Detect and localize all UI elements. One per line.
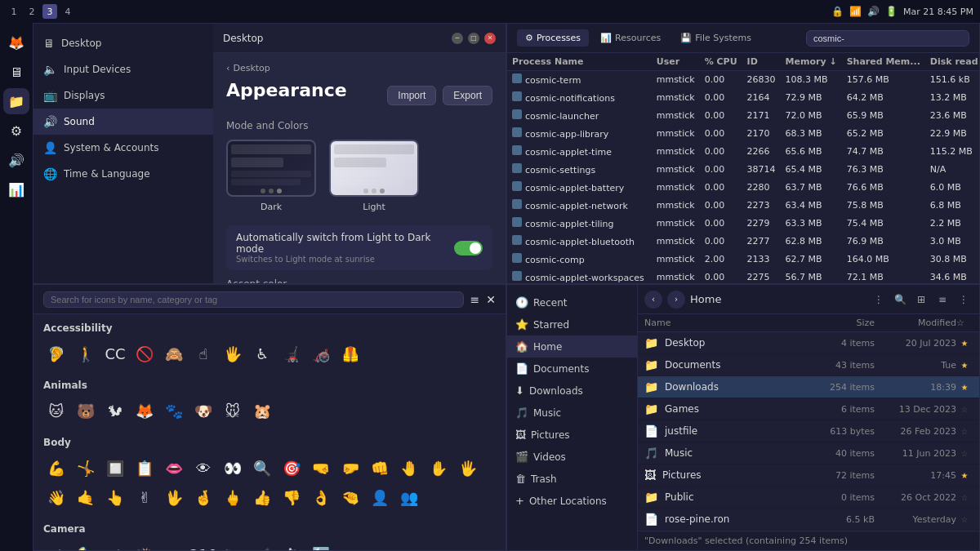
icon-cell[interactable]: 👀	[220, 455, 246, 481]
table-row[interactable]: cosmic-launcher mmstick 0.00 2171 72.0 M…	[507, 107, 979, 125]
icon-cell[interactable]: 👌	[308, 484, 334, 510]
fm-downloads[interactable]: ⬇ Downloads	[507, 380, 637, 402]
icon-cell[interactable]: 👥	[396, 484, 422, 510]
icon-cell[interactable]: 🤚	[396, 455, 422, 481]
star-icon[interactable]: ☆	[956, 427, 973, 436]
star-icon[interactable]: ★	[956, 361, 973, 370]
icon-cell[interactable]: 🔄	[308, 541, 334, 550]
icon-cell[interactable]: 👋	[43, 484, 69, 510]
export-button[interactable]: Export	[443, 86, 492, 105]
fm-forward-button[interactable]: ›	[667, 291, 685, 309]
icon-cell[interactable]: 🖐	[220, 340, 246, 367]
workspace-1[interactable]: 1	[7, 4, 21, 19]
fm-starred[interactable]: ⭐ Starred	[507, 313, 637, 335]
star-icon[interactable]: ☆	[956, 493, 973, 502]
icon-cell[interactable]: 🤏	[337, 484, 363, 510]
import-button[interactable]: Import	[387, 86, 436, 105]
icon-cell[interactable]: 👆	[102, 484, 128, 510]
icon-cell[interactable]: 🔦	[73, 541, 99, 550]
fm-row-public[interactable]: 📁 Public 0 items 26 Oct 2022 ☆	[638, 487, 979, 509]
icon-cell[interactable]: 🦼	[278, 340, 305, 367]
icon-cell[interactable]: 📹	[249, 541, 275, 550]
icon-cell[interactable]: 🤞	[190, 484, 216, 510]
star-icon[interactable]: ☆	[956, 449, 973, 458]
fm-row-downloads[interactable]: 📁 Downloads 254 items 18:39 ★	[638, 376, 979, 398]
search-input[interactable]	[806, 30, 969, 47]
fm-view-button[interactable]: ⊞	[912, 291, 930, 309]
fm-menu-button[interactable]: ⋮	[870, 291, 888, 309]
icon-cell[interactable]: ✋	[425, 455, 452, 481]
col-modified-header[interactable]: Modified	[875, 318, 956, 328]
workspace-2[interactable]: 2	[24, 4, 39, 19]
fm-videos[interactable]: 🎬 Videos	[507, 446, 637, 468]
star-icon[interactable]: ★	[956, 383, 973, 392]
tab-processes[interactable]: ⚙ Processes	[517, 29, 589, 47]
sidebar-item-time[interactable]: 🌐 Time & Language	[33, 161, 213, 187]
fm-row-games[interactable]: 📁 Games 6 items 13 Dec 2023 ☆	[638, 398, 979, 420]
fm-other-locations[interactable]: + Other Locations	[507, 490, 637, 512]
icon-cell[interactable]: 💪	[43, 455, 69, 481]
fm-row-desktop[interactable]: 📁 Desktop 4 items 20 Jul 2023 ★	[638, 332, 979, 354]
table-row[interactable]: cosmic-applet-network mmstick 0.00 2273 …	[507, 197, 979, 215]
col-memory[interactable]: Memory ↓	[781, 53, 842, 71]
table-row[interactable]: cosmic-applet-workspaces mmstick 0.00 22…	[507, 269, 979, 284]
sidebar-item-input-devices[interactable]: 🔈 Input Devices	[33, 56, 213, 82]
icon-cell[interactable]: 👊	[367, 455, 393, 481]
icon-cell[interactable]: 🤸	[73, 455, 99, 481]
icon-cell[interactable]: 🐾	[161, 398, 187, 424]
icon-cell[interactable]: 🚶	[73, 340, 99, 367]
icon-cell[interactable]: 210	[190, 541, 216, 550]
close-icon[interactable]: ✕	[486, 293, 496, 306]
star-icon[interactable]: ★	[956, 339, 973, 348]
icon-cell[interactable]: 🤙	[73, 484, 99, 510]
icon-cell[interactable]: 🔲	[102, 455, 128, 481]
sidebar-item-system[interactable]: 👤 System & Accounts	[33, 135, 213, 161]
fm-back-button[interactable]: ‹	[644, 291, 662, 309]
icon-cell[interactable]: 🖕	[220, 484, 246, 510]
col-id[interactable]: ID	[742, 53, 781, 71]
icon-cell[interactable]: 🦺	[337, 340, 363, 367]
col-name[interactable]: Process Name	[507, 53, 652, 71]
filter-icon[interactable]: ≡	[470, 293, 480, 306]
dock-terminal[interactable]: 🖥	[3, 59, 29, 85]
icon-cell[interactable]: 📸	[131, 541, 158, 550]
col-size-header[interactable]: Size	[809, 318, 875, 328]
icon-cell[interactable]: ⏱	[278, 541, 305, 550]
table-row[interactable]: cosmic-applet-bluetooth mmstick 0.00 227…	[507, 233, 979, 251]
volume-icon[interactable]: 🔊	[867, 5, 880, 18]
auto-switch-toggle[interactable]	[454, 241, 483, 256]
icon-search-input[interactable]	[43, 291, 464, 308]
table-row[interactable]: cosmic-comp mmstick 2.00 2133 62.7 MB 16…	[507, 251, 979, 269]
icon-cell[interactable]: 🐭	[220, 398, 246, 424]
light-theme-card[interactable]: Light	[329, 140, 419, 212]
star-icon[interactable]: ★	[956, 471, 973, 480]
icon-cell[interactable]: 👁	[190, 455, 216, 481]
fm-home[interactable]: 🏠 Home	[507, 335, 637, 358]
icon-cell[interactable]: 🦊	[131, 398, 158, 424]
sidebar-item-displays[interactable]: 📺 Displays	[33, 82, 213, 109]
sidebar-item-desktop[interactable]: 🖥 Desktop	[33, 30, 213, 56]
network-icon[interactable]: 🔒	[831, 5, 844, 18]
star-icon[interactable]: ☆	[956, 405, 973, 414]
icon-cell[interactable]: 🙈	[161, 340, 187, 367]
icon-cell[interactable]: 🤛	[337, 455, 363, 481]
icon-cell[interactable]: 👍	[249, 484, 275, 510]
icon-cell[interactable]: 🦽	[308, 340, 334, 367]
fm-recent[interactable]: 🕐 Recent	[507, 291, 637, 313]
table-row[interactable]: cosmic-app-library mmstick 0.00 2170 68.…	[507, 125, 979, 143]
col-user[interactable]: User	[652, 53, 700, 71]
wifi-icon[interactable]: 📶	[849, 5, 862, 18]
icon-cell[interactable]: 👎	[278, 484, 305, 510]
icon-cell[interactable]: 🦻	[43, 340, 69, 367]
icon-cell[interactable]: ⊞	[161, 541, 187, 550]
fm-row-pictures[interactable]: 🖼 Pictures 72 items 17:45 ★	[638, 464, 979, 487]
icon-cell[interactable]: 🖐	[455, 455, 481, 481]
icon-cell[interactable]: ✌	[131, 484, 158, 510]
icon-cell[interactable]: ☝	[190, 340, 216, 367]
col-cpu[interactable]: % CPU	[700, 53, 742, 71]
tab-filesystems[interactable]: 💾 File Systems	[672, 29, 760, 47]
fm-music[interactable]: 🎵 Music	[507, 402, 637, 424]
table-row[interactable]: cosmic-term mmstick 0.00 26830 108.3 MB …	[507, 71, 979, 89]
fm-sort-button[interactable]: ≡	[933, 291, 951, 309]
fm-pictures[interactable]: 🖼 Pictures	[507, 424, 637, 446]
